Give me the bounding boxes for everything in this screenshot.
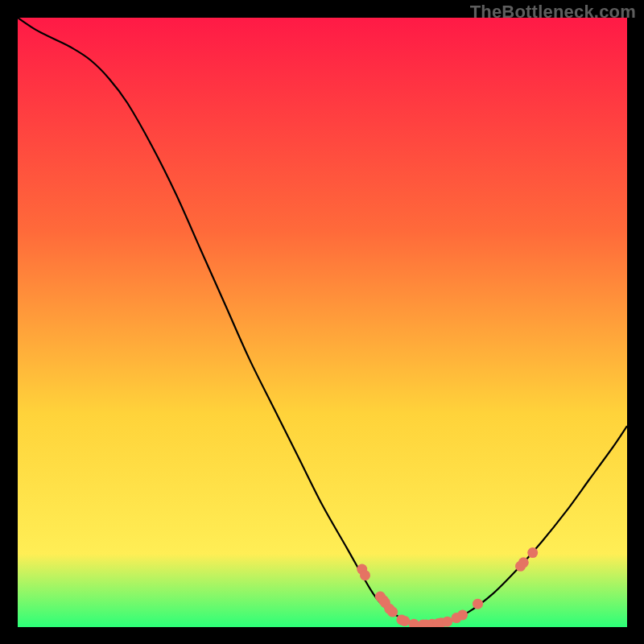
- data-point: [399, 616, 410, 626]
- data-point: [387, 607, 398, 617]
- plot-area: [18, 18, 627, 627]
- gradient-background: [18, 18, 627, 627]
- data-point: [442, 617, 452, 627]
- plot-svg: [18, 18, 627, 627]
- data-point: [360, 570, 370, 580]
- watermark-text: TheBottleneck.com: [470, 2, 636, 23]
- chart-container: TheBottleneck.com: [0, 0, 644, 644]
- data-point: [527, 547, 538, 558]
- data-point: [518, 557, 529, 568]
- data-point: [473, 599, 483, 609]
- data-point: [457, 609, 468, 620]
